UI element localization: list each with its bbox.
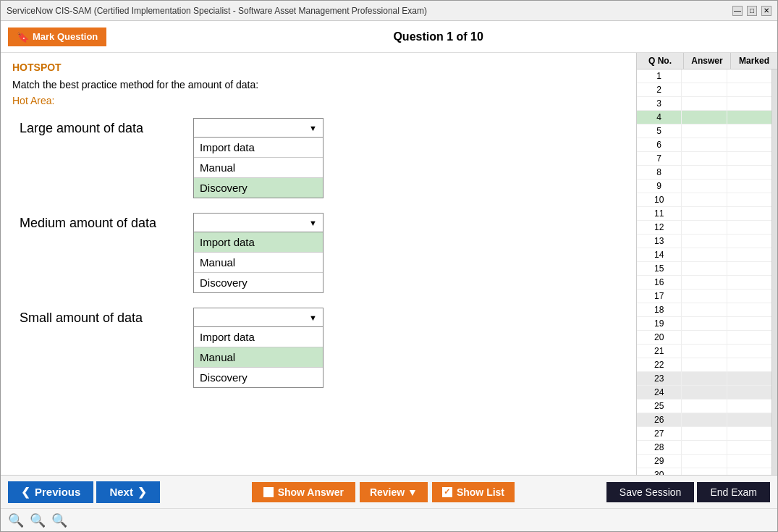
dropdown-2-option-2[interactable]: Manual bbox=[194, 253, 323, 273]
sidebar-cell-num: 8 bbox=[637, 166, 682, 179]
sidebar-row[interactable]: 12 bbox=[637, 221, 771, 235]
match-row-1: Large amount of data ▼ Import data Manua… bbox=[20, 118, 625, 198]
sidebar-row[interactable]: 8 bbox=[637, 166, 771, 180]
dropdown-3-header[interactable]: ▼ bbox=[194, 308, 323, 327]
end-exam-button[interactable]: End Exam bbox=[697, 482, 770, 502]
dropdown-2-option-1[interactable]: Import data bbox=[194, 232, 323, 253]
zoom-in-button[interactable]: 🔍 bbox=[51, 512, 67, 528]
sidebar-row[interactable]: 16 bbox=[637, 276, 771, 290]
sidebar-row[interactable]: 6 bbox=[637, 138, 771, 152]
dropdown-3-option-3[interactable]: Discovery bbox=[194, 368, 323, 387]
sidebar-cell-marked bbox=[727, 138, 771, 151]
show-list-button[interactable]: ✓ Show List bbox=[432, 482, 515, 502]
sidebar-row[interactable]: 10 bbox=[637, 193, 771, 207]
sidebar-cell-num: 29 bbox=[637, 455, 682, 468]
sidebar-row[interactable]: 26 bbox=[637, 413, 771, 427]
match-row-3: Small amount of data ▼ Import data Manua… bbox=[20, 308, 625, 388]
review-button[interactable]: Review ▼ bbox=[360, 482, 428, 502]
dropdown-1-option-3[interactable]: Discovery bbox=[194, 178, 323, 198]
sidebar-row[interactable]: 18 bbox=[637, 303, 771, 317]
sidebar-cell-marked bbox=[727, 193, 771, 206]
close-button[interactable]: ✕ bbox=[761, 6, 771, 16]
sidebar-row[interactable]: 13 bbox=[637, 235, 771, 248]
sidebar-cell-marked bbox=[727, 111, 771, 124]
dropdown-2[interactable]: ▼ Import data Manual Discovery bbox=[193, 213, 324, 293]
dropdown-1-option-2[interactable]: Manual bbox=[194, 158, 323, 178]
sidebar-row[interactable]: 11 bbox=[637, 207, 771, 221]
sidebar-cell-marked bbox=[727, 303, 771, 316]
sidebar-row[interactable]: 4 bbox=[637, 111, 771, 124]
sidebar-cell-answer bbox=[682, 317, 727, 330]
sidebar-cell-answer bbox=[682, 193, 727, 206]
dropdown-3[interactable]: ▼ Import data Manual Discovery bbox=[193, 308, 324, 388]
sidebar-row[interactable]: 3 bbox=[637, 97, 771, 111]
sidebar-cell-num: 24 bbox=[637, 386, 682, 399]
mark-question-button[interactable]: 🔖 Mark Question bbox=[8, 28, 106, 46]
sidebar-row[interactable]: 2 bbox=[637, 83, 771, 97]
next-button[interactable]: Next bbox=[96, 481, 160, 503]
sidebar-cell-answer bbox=[682, 235, 727, 248]
next-label: Next bbox=[109, 486, 133, 498]
sidebar-cell-answer bbox=[682, 345, 727, 358]
sidebar-row[interactable]: 9 bbox=[637, 180, 771, 193]
mark-question-label: Mark Question bbox=[33, 31, 98, 42]
match-label-1: Large amount of data bbox=[20, 118, 179, 136]
dropdown-1-option-1[interactable]: Import data bbox=[194, 138, 323, 158]
sidebar-row[interactable]: 20 bbox=[637, 331, 771, 345]
sidebar-cell-marked bbox=[727, 441, 771, 454]
sidebar-row[interactable]: 17 bbox=[637, 290, 771, 303]
dropdown-2-option-3[interactable]: Discovery bbox=[194, 273, 323, 292]
sidebar-cell-answer bbox=[682, 166, 727, 179]
save-session-button[interactable]: Save Session bbox=[606, 482, 695, 502]
sidebar-cell-answer bbox=[682, 400, 727, 413]
previous-button[interactable]: Previous bbox=[8, 481, 93, 503]
maximize-button[interactable]: □ bbox=[747, 6, 757, 16]
sidebar-row[interactable]: 19 bbox=[637, 317, 771, 331]
sidebar-cell-marked bbox=[727, 180, 771, 193]
sidebar-row[interactable]: 22 bbox=[637, 358, 771, 372]
show-answer-label: Show Answer bbox=[278, 486, 344, 498]
sidebar-row[interactable]: 30 bbox=[637, 468, 771, 475]
sidebar-row[interactable]: 29 bbox=[637, 455, 771, 468]
dropdown-1[interactable]: ▼ Import data Manual Discovery bbox=[193, 118, 324, 198]
window-controls: — □ ✕ bbox=[732, 6, 771, 16]
sidebar-cell-num: 16 bbox=[637, 276, 682, 289]
sidebar-row[interactable]: 28 bbox=[637, 441, 771, 455]
zoom-out-button[interactable]: 🔍 bbox=[8, 512, 24, 528]
sidebar-scrollbar[interactable] bbox=[771, 69, 777, 475]
sidebar-row[interactable]: 23 bbox=[637, 372, 771, 386]
sidebar-col-marked: Marked bbox=[731, 53, 777, 69]
minimize-button[interactable]: — bbox=[732, 6, 743, 16]
sidebar-row[interactable]: 27 bbox=[637, 427, 771, 441]
sidebar-cell-num: 15 bbox=[637, 262, 682, 275]
sidebar-cell-num: 21 bbox=[637, 345, 682, 358]
zoom-reset-button[interactable]: 🔍 bbox=[30, 512, 46, 528]
sidebar-row[interactable]: 15 bbox=[637, 262, 771, 276]
sidebar-row[interactable]: 25 bbox=[637, 400, 771, 413]
sidebar-cell-marked bbox=[727, 248, 771, 261]
sidebar-cell-num: 14 bbox=[637, 248, 682, 261]
window-title: ServiceNow CIS-SAM (Certified Implementa… bbox=[7, 6, 427, 16]
sidebar-cell-marked bbox=[727, 221, 771, 234]
sidebar-cell-answer bbox=[682, 386, 727, 399]
sidebar-row[interactable]: 14 bbox=[637, 248, 771, 262]
sidebar-question-list: 1 2 3 4 5 6 7 8 9 10 11 bbox=[637, 69, 771, 475]
sidebar-cell-marked bbox=[727, 276, 771, 289]
sidebar-row[interactable]: 7 bbox=[637, 152, 771, 166]
sidebar-row[interactable]: 5 bbox=[637, 124, 771, 138]
sidebar-header: Q No. Answer Marked bbox=[637, 53, 777, 69]
sidebar-row[interactable]: 1 bbox=[637, 69, 771, 83]
sidebar-row[interactable]: 24 bbox=[637, 386, 771, 400]
sidebar-cell-num: 2 bbox=[637, 83, 682, 96]
dropdown-2-header[interactable]: ▼ bbox=[194, 214, 323, 232]
sidebar-col-qno: Q No. bbox=[637, 53, 684, 69]
sidebar-cell-answer bbox=[682, 455, 727, 468]
match-row-2: Medium amount of data ▼ Import data Manu… bbox=[20, 213, 625, 293]
dropdown-1-header[interactable]: ▼ bbox=[194, 119, 323, 138]
dropdown-3-option-2[interactable]: Manual bbox=[194, 347, 323, 368]
sidebar-row[interactable]: 21 bbox=[637, 345, 771, 358]
dropdown-3-option-1[interactable]: Import data bbox=[194, 327, 323, 347]
show-answer-button[interactable]: Show Answer bbox=[252, 482, 355, 502]
show-list-checkbox-icon: ✓ bbox=[442, 487, 452, 497]
footer-buttons: Previous Next Show Answer Review ▼ ✓ Sho… bbox=[1, 475, 777, 508]
